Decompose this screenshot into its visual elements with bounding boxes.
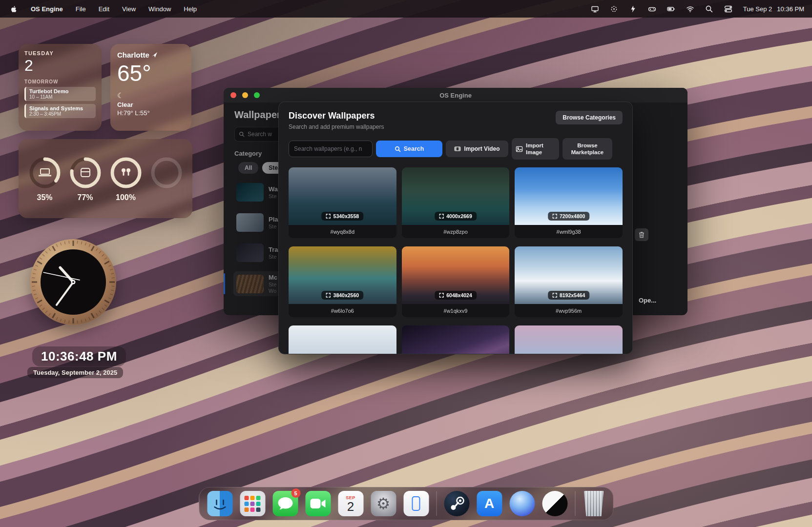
wallpaper-thumbnail[interactable]: 4000x2669 bbox=[402, 167, 510, 225]
resolution-icon bbox=[552, 293, 557, 298]
trash-icon[interactable] bbox=[583, 491, 605, 516]
digital-date[interactable]: Tuesday, September 2, 2025 bbox=[27, 367, 123, 378]
messages-badge: 5 bbox=[291, 488, 300, 498]
resolution-badge: 5340x3558 bbox=[322, 212, 364, 221]
wifi-icon[interactable] bbox=[686, 5, 694, 13]
resolution-icon bbox=[552, 214, 557, 219]
analog-clock-widget[interactable] bbox=[30, 239, 116, 325]
steam-icon[interactable] bbox=[444, 491, 469, 516]
contrast-app-icon[interactable] bbox=[542, 491, 567, 516]
wallpaper-id: #wzp8zpo bbox=[402, 225, 510, 238]
wallpaper-card[interactable]: 3840x2560 #w6lo7o6 bbox=[289, 246, 396, 317]
wallpaper-card[interactable]: 4000x2669 #wzp8zpo bbox=[402, 167, 510, 238]
window-titlebar[interactable]: OS Engine bbox=[224, 88, 687, 102]
menu-bar-time: 10:36 PM bbox=[777, 5, 804, 13]
wallpaper-thumbnail[interactable]: 3840x2560 bbox=[289, 246, 396, 304]
menu-view[interactable]: View bbox=[122, 5, 136, 13]
wallpaper-card[interactable]: 8192x5464 #wvp956m bbox=[515, 246, 623, 317]
siri-app-icon[interactable] bbox=[509, 491, 535, 516]
resolution-badge: 4000x2669 bbox=[435, 212, 477, 221]
wallpaper-thumbnail[interactable] bbox=[289, 325, 396, 354]
wallpaper-card-partial[interactable] bbox=[515, 325, 623, 354]
battery-widget[interactable]: 35% 77% 100% bbox=[19, 139, 192, 218]
laptop-icon bbox=[39, 169, 51, 176]
resolution-icon bbox=[326, 293, 331, 298]
clear-night-icon: ☾ bbox=[117, 91, 185, 100]
open-button[interactable]: Ope... bbox=[639, 297, 656, 304]
focus-icon[interactable] bbox=[610, 5, 618, 13]
wallpaper-thumbnail[interactable]: 7200x4800 bbox=[515, 167, 623, 225]
discover-wallpapers-modal: Discover Wallpapers Search and add premi… bbox=[278, 101, 633, 354]
menu-bar-date: Tue Sep 2 bbox=[743, 5, 772, 13]
import-image-button[interactable]: Import Image bbox=[512, 138, 559, 160]
wallpaper-card[interactable]: 6048x4024 #w1qkxv9 bbox=[402, 246, 510, 317]
menu-help[interactable]: Help bbox=[184, 5, 197, 13]
dock: 5 SEP 2 ⚙ A bbox=[199, 487, 613, 520]
battery-icon[interactable] bbox=[667, 5, 675, 13]
wallpaper-thumbnail[interactable]: 8192x5464 bbox=[515, 246, 623, 304]
video-icon bbox=[454, 145, 461, 152]
wallpaper-id: #w1qkxv9 bbox=[402, 304, 510, 317]
resolution-text: 8192x5464 bbox=[560, 292, 585, 298]
resolution-text: 7200x4800 bbox=[560, 213, 585, 219]
app-store-icon[interactable]: A bbox=[477, 491, 502, 516]
wallpaper-id: #wml9g38 bbox=[515, 225, 623, 238]
calendar-app-icon[interactable]: SEP 2 bbox=[338, 491, 363, 516]
menu-window[interactable]: Window bbox=[148, 5, 171, 13]
control-center-icon[interactable] bbox=[724, 5, 732, 13]
import-video-label: Import Video bbox=[464, 145, 500, 152]
phone-outline-icon bbox=[412, 496, 420, 511]
browse-marketplace-button[interactable]: Browse Marketplace bbox=[562, 138, 612, 160]
wallpaper-card-partial[interactable] bbox=[402, 325, 510, 354]
window-title: OS Engine bbox=[224, 92, 687, 99]
calendar-weekday: TUESDAY bbox=[24, 50, 96, 56]
launchpad-icon[interactable] bbox=[240, 491, 265, 516]
menu-bar: OS Engine File Edit View Window Help bbox=[0, 0, 812, 18]
dock-separator bbox=[575, 491, 575, 516]
messages-icon[interactable]: 5 bbox=[272, 491, 298, 516]
wallpaper-thumbnail[interactable] bbox=[515, 325, 623, 354]
weather-widget[interactable]: Charlotte 65° ☾ Clear H:79° L:55° bbox=[110, 44, 191, 131]
display-mirroring-icon[interactable] bbox=[591, 5, 599, 13]
apple-menu-icon[interactable] bbox=[10, 5, 18, 13]
calendar-icon-day: 2 bbox=[347, 500, 354, 513]
menu-edit[interactable]: Edit bbox=[99, 5, 109, 13]
modal-subtitle: Search and add premium wallpapers bbox=[289, 123, 384, 130]
wallpaper-search-input[interactable] bbox=[289, 141, 373, 157]
delete-wallpaper-button[interactable] bbox=[635, 228, 648, 241]
battery-percent: 35% bbox=[37, 193, 52, 202]
desktop: OS Engine File Edit View Window Help bbox=[0, 0, 812, 527]
game-controller-icon[interactable] bbox=[648, 5, 656, 13]
menu-bar-clock[interactable]: Tue Sep 2 10:36 PM bbox=[743, 5, 804, 13]
wallpaper-card[interactable]: 7200x4800 #wml9g38 bbox=[515, 167, 623, 238]
digital-clock[interactable]: 10:36:48 PM bbox=[32, 346, 126, 366]
iphone-mirroring-icon[interactable] bbox=[403, 491, 429, 516]
calendar-widget[interactable]: TUESDAY 2 TOMORROW Turtlebot Demo 10 – 1… bbox=[19, 44, 102, 131]
menu-file[interactable]: File bbox=[76, 5, 86, 13]
weather-city: Charlotte bbox=[117, 51, 149, 59]
import-video-button[interactable]: Import Video bbox=[446, 141, 508, 157]
finder-icon[interactable] bbox=[207, 491, 232, 516]
event-time: 10 – 11AM bbox=[29, 94, 92, 100]
search-button-label: Search bbox=[404, 145, 424, 152]
wallpaper-card-partial[interactable] bbox=[289, 325, 396, 354]
charging-icon[interactable] bbox=[629, 5, 637, 13]
resolution-icon bbox=[439, 214, 444, 219]
spotlight-search-icon[interactable] bbox=[705, 5, 713, 13]
calendar-event[interactable]: Turtlebot Demo 10 – 11AM bbox=[24, 87, 96, 101]
browse-categories-button[interactable]: Browse Categories bbox=[556, 111, 623, 124]
settings-icon[interactable]: ⚙ bbox=[371, 491, 396, 516]
calendar-section-label: TOMORROW bbox=[24, 79, 96, 84]
location-arrow-icon bbox=[152, 52, 157, 58]
wallpaper-grid: 5340x3558 #wyq8x8d 4000x2669 #wzp8zpo bbox=[289, 167, 623, 354]
calendar-event[interactable]: Signals and Systems 2:30 – 3:45PM bbox=[24, 104, 96, 118]
facetime-icon[interactable] bbox=[305, 491, 331, 516]
wallpaper-thumbnail[interactable] bbox=[402, 325, 510, 354]
search-button[interactable]: Search bbox=[376, 141, 442, 157]
wallpaper-thumbnail[interactable]: 6048x4024 bbox=[402, 246, 510, 304]
wallpaper-card[interactable]: 5340x3558 #wyq8x8d bbox=[289, 167, 396, 238]
wallpaper-id: #wyq8x8d bbox=[289, 225, 396, 238]
menu-bar-app-name[interactable]: OS Engine bbox=[31, 5, 63, 13]
wallpaper-thumbnail[interactable]: 5340x3558 bbox=[289, 167, 396, 225]
menu-bar-status: Tue Sep 2 10:36 PM bbox=[591, 5, 812, 13]
